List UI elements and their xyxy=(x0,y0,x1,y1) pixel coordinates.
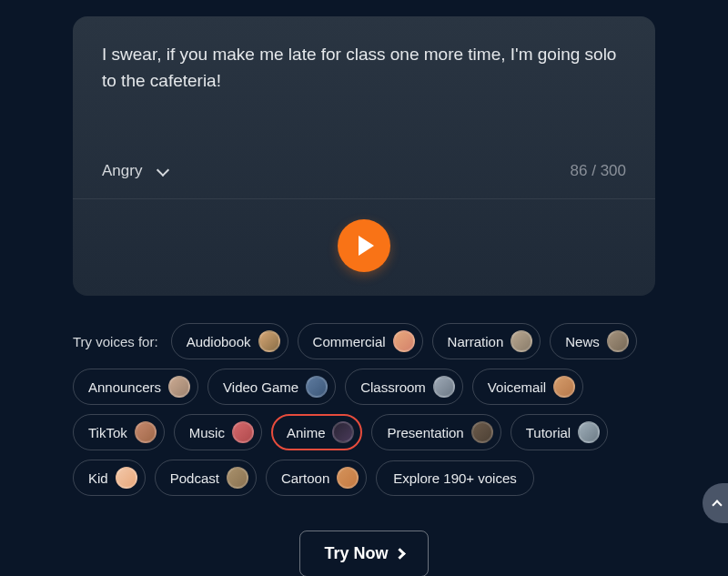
avatar xyxy=(227,467,248,489)
voice-pill-label: Tutorial xyxy=(526,425,571,440)
avatar xyxy=(578,421,600,443)
avatar xyxy=(332,421,354,443)
avatar xyxy=(511,330,532,352)
editor-card: I swear, if you make me late for class o… xyxy=(73,16,655,296)
voice-pill-label: Announcers xyxy=(88,379,161,395)
explore-label: Explore 190+ voices xyxy=(393,470,517,486)
voice-pill-label: Podcast xyxy=(170,470,219,486)
voice-pill-label: TikTok xyxy=(88,425,127,440)
voice-pill-label: Classroom xyxy=(360,379,426,395)
voice-pill-label: Commercial xyxy=(313,334,386,349)
voice-pill-video-game[interactable]: Video Game xyxy=(207,369,336,405)
avatar xyxy=(258,330,280,352)
voice-pill-label: Video Game xyxy=(223,379,298,395)
voice-pill-audiobook[interactable]: Audiobook xyxy=(171,323,288,359)
voice-pill-presentation[interactable]: Presentation xyxy=(371,414,500,450)
voice-pill-kid[interactable]: Kid xyxy=(73,460,146,496)
avatar xyxy=(337,467,359,489)
emotion-label: Angry xyxy=(102,162,142,180)
avatar xyxy=(232,421,254,443)
character-count: 86 / 300 xyxy=(571,162,626,180)
voice-pill-label: News xyxy=(565,334,600,349)
voice-pill-music[interactable]: Music xyxy=(174,414,262,450)
voice-pill-tutorial[interactable]: Tutorial xyxy=(511,414,608,450)
avatar xyxy=(553,376,575,398)
play-button[interactable] xyxy=(338,219,390,272)
editor-text: I swear, if you make me late for class o… xyxy=(102,42,626,94)
avatar xyxy=(116,467,137,489)
chevron-up-icon xyxy=(712,500,722,510)
try-now-button[interactable]: Try Now xyxy=(299,531,428,576)
play-icon xyxy=(359,236,374,256)
emotion-select[interactable]: Angry xyxy=(102,162,167,180)
voice-pill-tiktok[interactable]: TikTok xyxy=(73,414,165,450)
cta-section: Try Now xyxy=(0,531,728,576)
avatar xyxy=(306,376,328,398)
avatar xyxy=(135,421,157,443)
voice-pill-voicemail[interactable]: Voicemail xyxy=(472,369,583,405)
voice-pill-label: Music xyxy=(189,425,225,440)
voice-pill-label: Kid xyxy=(88,470,108,486)
voice-pill-cartoon[interactable]: Cartoon xyxy=(266,460,367,496)
avatar xyxy=(168,376,190,398)
avatar xyxy=(433,376,455,398)
voices-section: Try voices for: AudiobookCommercialNarra… xyxy=(73,323,655,496)
avatar xyxy=(471,421,493,443)
avatar xyxy=(607,330,629,352)
scroll-to-top-button[interactable] xyxy=(703,483,728,523)
chevron-right-icon xyxy=(394,548,406,560)
voice-pill-label: Cartoon xyxy=(281,470,329,486)
voice-pill-narration[interactable]: Narration xyxy=(432,323,541,359)
voice-pill-podcast[interactable]: Podcast xyxy=(155,460,257,496)
chevron-down-icon xyxy=(157,163,169,176)
voice-pill-label: Anime xyxy=(287,425,326,440)
voice-pill-news[interactable]: News xyxy=(550,323,637,359)
explore-voices-pill[interactable]: Explore 190+ voices xyxy=(376,460,534,496)
voice-pill-label: Audiobook xyxy=(187,334,251,349)
voice-pill-label: Presentation xyxy=(387,425,463,440)
play-section xyxy=(73,199,655,296)
avatar xyxy=(393,330,415,352)
controls-row: Angry 86 / 300 xyxy=(73,162,655,198)
voices-label: Try voices for: xyxy=(73,334,158,349)
text-input-area[interactable]: I swear, if you make me late for class o… xyxy=(73,16,655,162)
voice-pill-anime[interactable]: Anime xyxy=(271,414,363,450)
voice-pill-announcers[interactable]: Announcers xyxy=(73,369,198,405)
voice-pill-label: Narration xyxy=(448,334,504,349)
voice-pill-commercial[interactable]: Commercial xyxy=(298,323,423,359)
try-now-label: Try Now xyxy=(324,544,388,563)
voice-pill-label: Voicemail xyxy=(488,379,546,395)
voice-pill-classroom[interactable]: Classroom xyxy=(345,369,463,405)
